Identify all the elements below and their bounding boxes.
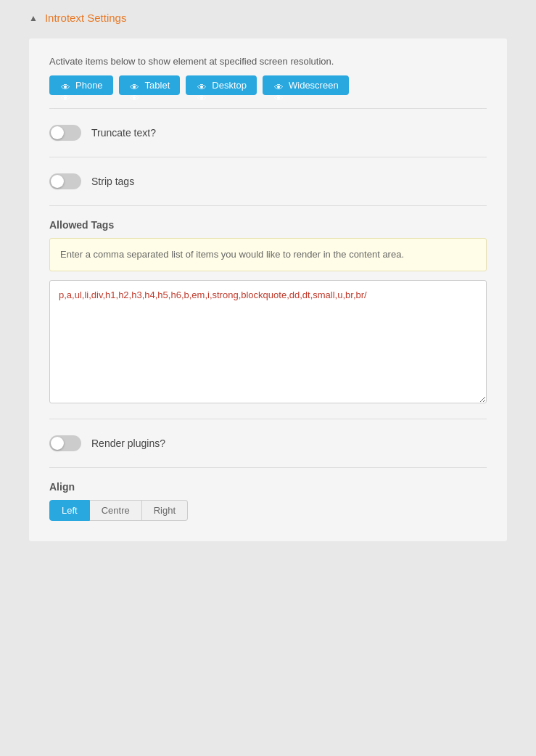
eye-icon-desktop: 👁: [196, 82, 207, 89]
divider-5: [49, 467, 487, 468]
desktop-button[interactable]: 👁 Desktop: [186, 75, 257, 95]
widescreen-button-label: Widescreen: [289, 80, 339, 91]
strip-tags-toggle[interactable]: [49, 173, 81, 189]
collapse-icon: ▲: [29, 13, 38, 23]
truncate-toggle-knob: [51, 126, 64, 139]
strip-tags-label: Strip tags: [91, 176, 134, 187]
widescreen-button[interactable]: 👁 Widescreen: [263, 75, 349, 95]
eye-icon-widescreen: 👁: [273, 82, 284, 89]
visibility-btn-group: 👁 Phone 👁 Tablet 👁 Desktop 👁 Widescreen: [49, 75, 487, 95]
truncate-row: Truncate text?: [49, 122, 487, 144]
phone-button-label: Phone: [75, 80, 103, 91]
settings-card: Activate items below to show element at …: [29, 38, 507, 541]
align-centre-button[interactable]: Centre: [90, 500, 142, 521]
divider-2: [49, 157, 487, 157]
align-section: Align Left Centre Right: [49, 481, 487, 521]
activation-text: Activate items below to show element at …: [49, 56, 487, 67]
truncate-toggle[interactable]: [49, 125, 81, 141]
phone-button[interactable]: 👁 Phone: [49, 75, 113, 95]
divider-1: [49, 108, 487, 109]
section-title: Introtext Settings: [45, 12, 127, 24]
divider-4: [49, 419, 487, 419]
align-btn-group: Left Centre Right: [49, 500, 487, 521]
align-right-button[interactable]: Right: [142, 500, 188, 521]
align-left-button[interactable]: Left: [49, 500, 90, 521]
strip-tags-toggle-knob: [51, 175, 64, 188]
desktop-button-label: Desktop: [212, 80, 247, 91]
allowed-tags-hint: Enter a comma separated list of items yo…: [49, 238, 487, 271]
divider-3: [49, 205, 487, 206]
render-plugins-toggle[interactable]: [49, 435, 81, 451]
visibility-section: Activate items below to show element at …: [49, 56, 487, 95]
tablet-button[interactable]: 👁 Tablet: [119, 75, 181, 95]
allowed-tags-textarea[interactable]: [49, 280, 487, 403]
render-plugins-row: Render plugins?: [49, 432, 487, 454]
truncate-label: Truncate text?: [91, 127, 156, 139]
render-plugins-toggle-knob: [51, 437, 64, 450]
align-label: Align: [49, 481, 487, 493]
strip-tags-row: Strip tags: [49, 170, 487, 192]
eye-icon-phone: 👁: [59, 82, 71, 89]
allowed-tags-section: Allowed Tags Enter a comma separated lis…: [49, 219, 487, 406]
render-plugins-label: Render plugins?: [91, 437, 165, 449]
allowed-tags-label: Allowed Tags: [49, 219, 487, 231]
section-header[interactable]: ▲ Introtext Settings: [29, 0, 507, 36]
page-wrapper: ▲ Introtext Settings Activate items belo…: [0, 0, 536, 756]
tablet-button-label: Tablet: [145, 80, 170, 91]
eye-icon-tablet: 👁: [129, 82, 141, 89]
